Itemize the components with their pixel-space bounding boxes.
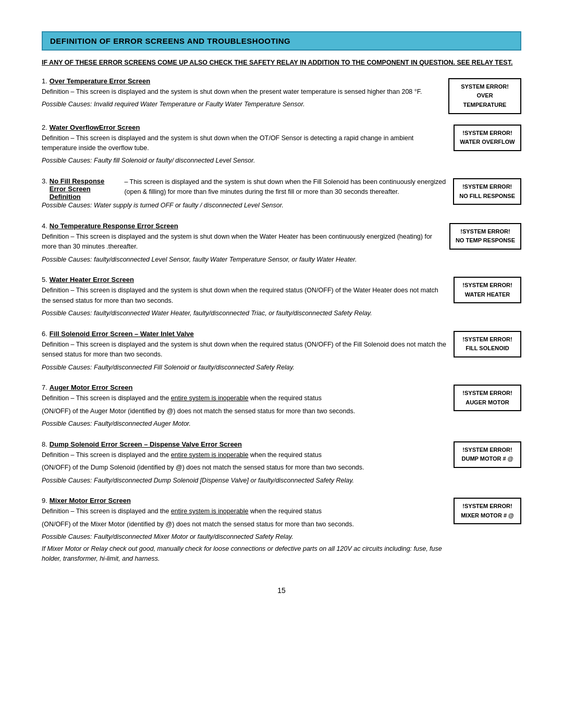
error-definition-3-inline: – This screen is displayed and the syste… [124,177,447,198]
error-screen-box-5: !SYSTEM ERROR! WATER HEATER [454,277,521,303]
error-screen-box-7: !SYSTEM ERROR! AUGER MOTOR [454,385,521,411]
error-item-7: 7. Auger Motor Error Screen Definition –… [42,384,521,431]
screen-label-3: !SYSTEM ERROR! [459,182,515,192]
screen-label-2: !SYSTEM ERROR! [460,129,515,138]
screen-value-1: OVER TEMPERATURE [455,91,515,109]
error-title-7: Auger Motor Error Screen [50,384,133,391]
error-text-block-5: 5. Water Heater Error Screen Definition … [42,276,447,320]
error-possible-2: Possible Causes: Faulty fill Solenoid or… [42,156,447,166]
error-text-block-1: 1. Over Temperature Error Screen Definit… [42,77,442,112]
error-definition-8b: (ON/OFF) of the Dump Solenoid (identifie… [42,463,447,473]
error-item-8: 8. Dump Solenoid Error Screen – Dispense… [42,440,521,488]
screen-label-4: !SYSTEM ERROR! [456,227,515,237]
error-definition-9: Definition – This screen is displayed an… [42,507,447,516]
error-definition-5: Definition – This screen is displayed an… [42,286,447,306]
screen-value-3: NO FILL RESPONSE [459,192,515,201]
error-number-4: 4. [42,222,47,232]
error-item-3: 3. No Fill Response Error Screen Definit… [42,177,521,213]
error-possible-6: Possible Causes: Faulty/disconnected Fil… [42,363,447,373]
error-item-9: 9. Mixer Motor Error Screen Definition –… [42,497,521,565]
error-text-block-2: 2. Water OverflowError Screen Definition… [42,124,447,168]
error-screen-box-3: !SYSTEM ERROR! NO FILL RESPONSE [453,178,521,205]
error-definition-6: Definition – This screen is displayed an… [42,340,447,360]
main-content: 1. Over Temperature Error Screen Definit… [42,77,521,566]
error-possible-1: Possible Causes: Invalid required Water … [42,100,442,109]
error-text-block-4: 4. No Temperature Response Error Screen … [42,222,443,267]
error-possible-3: Possible Causes: Water supply is turned … [42,201,447,211]
error-item-1: 1. Over Temperature Error Screen Definit… [42,77,521,114]
error-title-6: Fill Solenoid Error Screen – Water Inlet… [50,330,194,338]
error-possible-7: Possible Causes: Faulty/disconnected Aug… [42,419,447,429]
screen-label-6: !SYSTEM ERROR! [460,335,515,344]
error-screen-box-1: SYSTEM ERROR! OVER TEMPERATURE [448,78,521,114]
error-possible-8: Possible Causes: Faulty/disconnected Dum… [42,476,447,486]
section-header: DEFINITION OF ERROR SCREENS AND TROUBLES… [42,31,521,51]
screen-value-5: WATER HEATER [460,290,515,300]
error-item-6: 6. Fill Solenoid Error Screen – Water In… [42,330,521,375]
error-title-3: No Fill Response Error Screen Definition [50,177,120,201]
error-text-block-3: 3. No Fill Response Error Screen Definit… [42,177,447,213]
screen-label-5: !SYSTEM ERROR! [460,281,515,290]
error-text-block-7: 7. Auger Motor Error Screen Definition –… [42,384,447,431]
error-title-5: Water Heater Error Screen [50,276,134,283]
inoperable-text-9: entire system is inoperable [171,508,249,515]
error-item-4: 4. No Temperature Response Error Screen … [42,222,521,267]
error-definition-7b: (ON/OFF) of the Auger Motor (identified … [42,406,447,416]
error-number-9: 9. [42,497,47,507]
error-title-row-5: 5. Water Heater Error Screen [42,276,447,286]
error-number-3: 3. [42,177,47,201]
screen-value-8: DUMP MOTOR # @ [460,454,515,464]
error-screen-box-2: !SYSTEM ERROR! WATER OVERFLOW [454,125,521,151]
inoperable-text-7: entire system is inoperable [171,394,249,402]
error-number-6: 6. [42,330,47,340]
error-text-block-9: 9. Mixer Motor Error Screen Definition –… [42,497,447,565]
error-definition-1: Definition – This screen is displayed an… [42,87,442,97]
page-number: 15 [42,586,521,595]
screen-value-4: NO TEMP RESPONSE [456,236,515,245]
error-text-block-6: 6. Fill Solenoid Error Screen – Water In… [42,330,447,375]
error-possible-9: Possible Causes: Faulty/disconnected Mix… [42,532,447,542]
error-definition-9b: (ON/OFF) of the Mixer Motor (identified … [42,520,447,529]
error-extra-9: If Mixer Motor or Relay check out good, … [42,544,447,564]
error-screen-box-8: !SYSTEM ERROR! DUMP MOTOR # @ [454,441,521,468]
error-possible-5: Possible Causes: faulty/disconnected Wat… [42,309,447,318]
error-title-4: No Temperature Response Error Screen [50,222,178,230]
error-title-row-2: 2. Water OverflowError Screen [42,124,447,133]
error-definition-7: Definition – This screen is displayed an… [42,393,447,403]
page-container: DEFINITION OF ERROR SCREENS AND TROUBLES… [42,31,521,595]
error-number-8: 8. [42,440,47,450]
screen-value-7: AUGER MOTOR [460,398,515,408]
error-title-9: Mixer Motor Error Screen [50,497,131,504]
screen-value-2: WATER OVERFLOW [460,138,515,147]
inoperable-text-8: entire system is inoperable [171,451,249,459]
screen-label-7: !SYSTEM ERROR! [460,389,515,398]
warning-text: IF ANY OF THESE ERROR SCREENS COME UP AL… [42,58,521,68]
error-item-2: 2. Water OverflowError Screen Definition… [42,124,521,168]
screen-label-8: !SYSTEM ERROR! [460,446,515,455]
error-text-block-8: 8. Dump Solenoid Error Screen – Dispense… [42,440,447,488]
screen-label-9: !SYSTEM ERROR! [460,502,515,511]
error-definition-4: Definition – This screen is displayed an… [42,232,443,252]
error-screen-box-9: !SYSTEM ERROR! MIXER MOTOR # @ [454,498,521,524]
error-definition-2: Definition – This screen is displayed an… [42,133,447,154]
error-number-1: 1. [42,77,47,87]
error-title-row-9: 9. Mixer Motor Error Screen [42,497,447,507]
error-number-7: 7. [42,384,47,393]
error-title-row-8: 8. Dump Solenoid Error Screen – Dispense… [42,440,447,450]
error-title-row-3: 3. No Fill Response Error Screen Definit… [42,177,447,201]
error-number-5: 5. [42,276,47,286]
error-screen-box-4: !SYSTEM ERROR! NO TEMP RESPONSE [449,223,521,250]
error-title-row-4: 4. No Temperature Response Error Screen [42,222,443,232]
screen-value-6: FILL SOLENOID [460,344,515,353]
error-item-5: 5. Water Heater Error Screen Definition … [42,276,521,320]
error-possible-4: Possible Causes: faulty/disconnected Lev… [42,255,443,265]
error-definition-8: Definition – This screen is displayed an… [42,450,447,460]
screen-value-9: MIXER MOTOR # @ [460,511,515,521]
error-title-row-1: 1. Over Temperature Error Screen [42,77,442,87]
section-title: DEFINITION OF ERROR SCREENS AND TROUBLES… [50,36,290,45]
error-title-2: Water OverflowError Screen [50,124,140,131]
error-title-row-6: 6. Fill Solenoid Error Screen – Water In… [42,330,447,340]
error-title-8: Dump Solenoid Error Screen – Dispense Va… [50,440,242,448]
error-number-2: 2. [42,124,47,133]
error-screen-box-6: !SYSTEM ERROR! FILL SOLENOID [454,331,521,357]
